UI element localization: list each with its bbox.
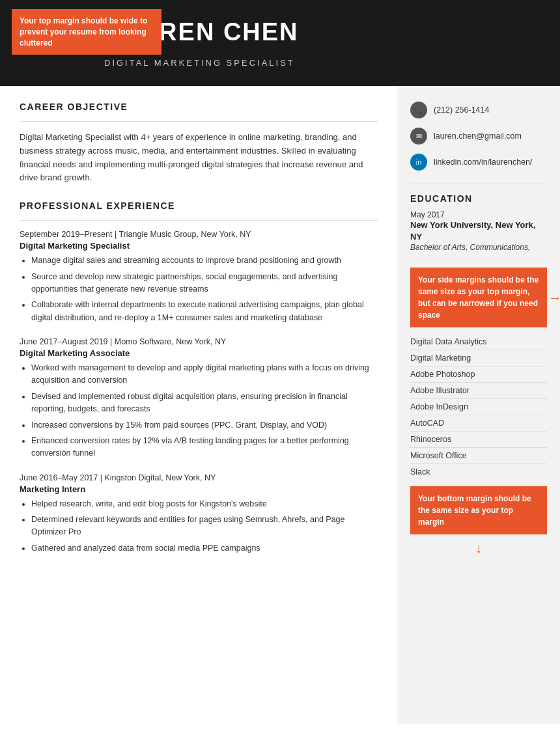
edu-degree: Bachelor of Arts, Communications, (410, 243, 547, 252)
arrow-right-icon: → (548, 288, 560, 307)
skill-item: AutoCAD (410, 415, 547, 432)
linkedin-contact: in linkedin.com/in/laurenchen/ (410, 154, 547, 171)
bottom-margin-annotation: Your bottom margin should be the same si… (410, 486, 547, 534)
exp-date-company: September 2019–Present | Triangle Music … (20, 230, 378, 239)
contact-divider (410, 184, 547, 184)
linkedin-icon: in (410, 154, 427, 171)
left-column: CAREER OBJECTIVE Digital Marketing Speci… (0, 86, 397, 724)
experience-item: September 2019–Present | Triangle Music … (20, 230, 378, 324)
exp-bullet: Devised and implemented robust digital a… (31, 391, 378, 416)
experience-section: PROFESSIONAL EXPERIENCE September 2019–P… (20, 200, 378, 555)
education-section: EDUCATION May 2017 New York University, … (410, 193, 547, 252)
exp-bullet: Helped research, write, and edit blog po… (31, 498, 378, 510)
experience-title: PROFESSIONAL EXPERIENCE (20, 200, 378, 211)
linkedin-url: linkedin.com/in/laurenchen/ (434, 158, 532, 167)
exp-bullet: Gathered and analyzed data from social m… (31, 542, 378, 555)
contact-section: 📞 (212) 256-1414 ✉ lauren.chen@gmail.com… (410, 102, 547, 171)
side-margin-annotation: Your side margins should be the same siz… (410, 268, 547, 327)
top-margin-annotation: Your top margin should be wide to preven… (12, 9, 161, 55)
candidate-title: DIGITAL MARKETING SPECIALIST (104, 58, 534, 68)
edu-school: New York University, New York, NY (410, 219, 547, 243)
exp-bullet-list: Worked with management to develop and ap… (20, 362, 378, 460)
skills-section: Digital Data AnalyticsDigital MarketingA… (410, 334, 547, 480)
career-objective-title: CAREER OBJECTIVE (20, 102, 378, 112)
skill-item: Adobe InDesign (410, 399, 547, 415)
exp-bullet: Determined relevant keywords and entitie… (31, 514, 378, 539)
exp-bullet-list: Manage digital sales and streaming accou… (20, 255, 378, 324)
exp-bullet: Manage digital sales and streaming accou… (31, 255, 378, 267)
experience-item: June 2017–August 2019 | Momo Software, N… (20, 337, 378, 460)
phone-icon: 📞 (410, 102, 427, 118)
exp-date-company: June 2017–August 2019 | Momo Software, N… (20, 337, 378, 346)
exp-title: Digital Marketing Associate (20, 348, 378, 358)
exp-title: Marketing Intern (20, 484, 378, 494)
bottom-margin-text: Your bottom margin should be the same si… (418, 494, 531, 527)
career-objective-section: CAREER OBJECTIVE Digital Marketing Speci… (20, 102, 378, 185)
skill-item: Digital Data Analytics (410, 334, 547, 350)
phone-contact: 📞 (212) 256-1414 (410, 102, 547, 118)
top-margin-text: Your top margin should be wide to preven… (20, 16, 147, 48)
section-divider (20, 121, 378, 122)
skill-item: Rhinoceros (410, 432, 547, 448)
phone-number: (212) 256-1414 (434, 105, 489, 115)
section-divider (20, 220, 378, 221)
exp-bullet-list: Helped research, write, and edit blog po… (20, 498, 378, 555)
exp-bullet: Worked with management to develop and ap… (31, 362, 378, 387)
experience-list: September 2019–Present | Triangle Music … (20, 230, 378, 555)
skill-item: Adobe Illustrator (410, 383, 547, 399)
side-margin-text: Your side margins should be the same siz… (418, 275, 539, 320)
education-block: May 2017 New York University, New York, … (410, 210, 547, 252)
candidate-name: LAUREN CHEN (104, 18, 534, 46)
right-column: 📞 (212) 256-1414 ✉ lauren.chen@gmail.com… (397, 86, 560, 724)
education-title: EDUCATION (410, 193, 547, 204)
arrow-up-icon: ↑ (91, 5, 98, 20)
skill-item: Digital Marketing (410, 350, 547, 366)
exp-bullet: Enhanced conversion rates by 12% via A/B… (31, 435, 378, 460)
body-wrapper: CAREER OBJECTIVE Digital Marketing Speci… (0, 86, 560, 724)
arrow-down-icon: ↓ (410, 541, 547, 556)
skill-item: Microsoft Office (410, 448, 547, 464)
email-contact: ✉ lauren.chen@gmail.com (410, 128, 547, 145)
exp-bullet: Collaborate with internal departments to… (31, 299, 378, 324)
exp-date-company: June 2016–May 2017 | Kingston Digital, N… (20, 473, 378, 482)
experience-item: June 2016–May 2017 | Kingston Digital, N… (20, 473, 378, 555)
skill-item: Adobe Photoshop (410, 366, 547, 383)
career-objective-text: Digital Marketing Specialist with 4+ yea… (20, 131, 378, 185)
exp-title: Digital Marketing Specialist (20, 241, 378, 251)
email-icon: ✉ (410, 128, 427, 145)
email-address: lauren.chen@gmail.com (434, 131, 522, 141)
exp-bullet: Source and develop new strategic partner… (31, 271, 378, 296)
exp-bullet: Increased conversions by 15% from paid s… (31, 419, 378, 432)
skill-item: Slack (410, 464, 547, 480)
edu-date: May 2017 (410, 210, 547, 219)
